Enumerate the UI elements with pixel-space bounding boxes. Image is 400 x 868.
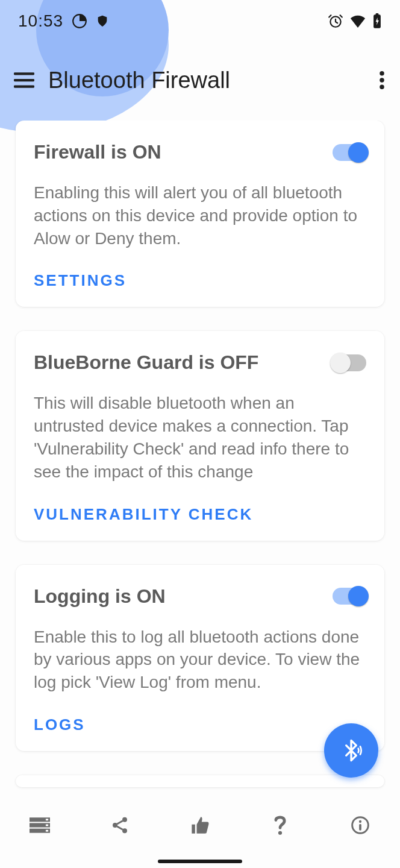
battery-icon [372, 13, 382, 29]
home-indicator [158, 860, 242, 863]
svg-rect-13 [46, 819, 48, 820]
card-description: Enabling this will alert you of all blue… [34, 181, 366, 250]
hamburger-icon[interactable] [0, 72, 48, 88]
svg-rect-22 [359, 824, 361, 831]
svg-rect-6 [14, 86, 34, 88]
app-bar: Bluetooth Firewall [0, 53, 400, 107]
svg-rect-15 [46, 830, 48, 832]
card-description: This will disable bluetooth when an untr… [34, 392, 366, 483]
svg-point-9 [380, 85, 384, 90]
svg-point-21 [358, 820, 361, 823]
nav-like-button[interactable] [182, 808, 218, 844]
page-title: Bluetooth Firewall [48, 68, 364, 93]
card-title: Logging is ON [34, 585, 166, 608]
card-title: Firewall is ON [34, 141, 161, 163]
svg-point-7 [380, 71, 384, 76]
svg-point-18 [122, 828, 127, 833]
content-scroll[interactable]: Firewall is ON Enabling this will alert … [0, 121, 400, 802]
info-icon [351, 816, 370, 837]
bluetooth-scan-fab[interactable] [324, 723, 378, 778]
svg-rect-14 [46, 825, 48, 826]
svg-point-19 [278, 831, 282, 835]
svg-rect-5 [14, 79, 34, 81]
logs-button[interactable]: LOGS [34, 715, 86, 734]
nav-info-button[interactable] [342, 808, 378, 844]
shield-icon [96, 13, 109, 29]
card-description: Enable this to log all bluetooth actions… [34, 626, 366, 694]
nav-help-button[interactable] [262, 808, 298, 844]
share-icon [110, 816, 130, 837]
logging-switch[interactable] [333, 588, 366, 605]
more-vert-icon[interactable] [364, 71, 400, 89]
svg-point-8 [380, 78, 384, 83]
bottom-nav [0, 799, 400, 854]
help-icon [274, 815, 286, 838]
pie-icon [72, 13, 87, 29]
card-title: BlueBorne Guard is OFF [34, 351, 258, 374]
next-card-peek [16, 775, 384, 787]
blueborne-card: BlueBorne Guard is OFF This will disable… [16, 331, 384, 540]
logging-card: Logging is ON Enable this to log all blu… [16, 565, 384, 751]
nav-list-button[interactable] [22, 808, 58, 844]
settings-button[interactable]: SETTINGS [34, 271, 127, 290]
firewall-card: Firewall is ON Enabling this will alert … [16, 121, 384, 307]
svg-rect-4 [14, 72, 34, 75]
list-icon [30, 817, 50, 835]
nav-share-button[interactable] [102, 808, 138, 844]
firewall-switch[interactable] [333, 144, 366, 161]
status-time: 10:53 [18, 11, 63, 31]
wifi-icon [349, 14, 366, 28]
svg-point-17 [113, 823, 117, 828]
alarm-icon [328, 13, 343, 29]
status-bar: 10:53 [0, 0, 400, 42]
svg-point-16 [122, 817, 127, 822]
thumb-up-icon [190, 816, 210, 837]
vulnerability-check-button[interactable]: VULNERABILITY CHECK [34, 505, 253, 524]
svg-rect-3 [376, 13, 379, 16]
blueborne-switch[interactable] [333, 354, 366, 371]
bluetooth-scan-icon [339, 738, 363, 763]
